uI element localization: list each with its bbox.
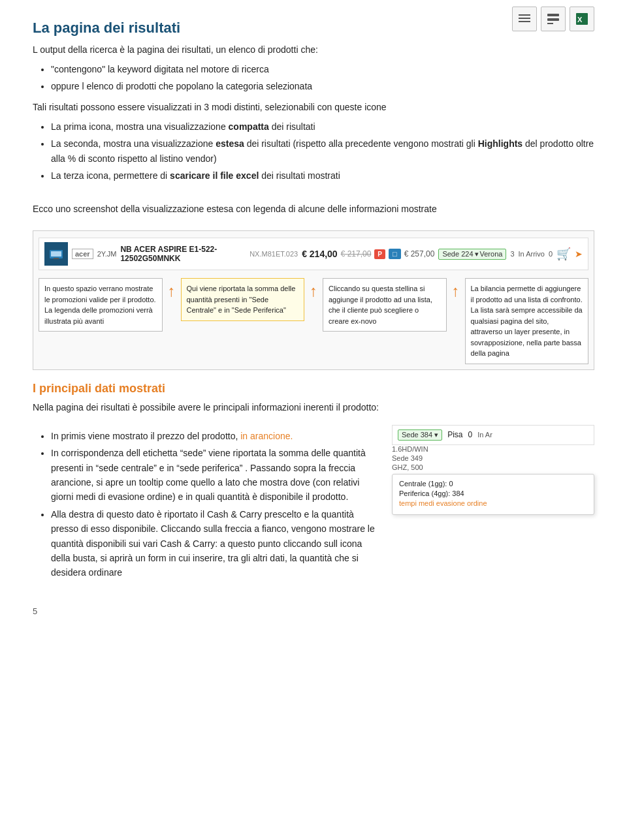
svg-rect-1	[519, 18, 530, 19]
annotation-bilancia: La bilancia permette di aggiungere il pr…	[465, 278, 589, 364]
product-price-old: € 217,00	[341, 249, 372, 258]
annotation-stellina: Cliccando su questa stellina si aggiunge…	[323, 278, 447, 332]
arrow-up-icon-2: ↑	[310, 282, 317, 300]
sede-label: Sede 224	[442, 250, 473, 258]
annotations-row: In questo spazio verrano mostrate le pro…	[39, 278, 588, 364]
product-thumbnail	[44, 242, 68, 266]
chevron-icon: ▾	[475, 250, 479, 258]
annotation-text: In questo spazio verrano mostrate le pro…	[44, 285, 156, 325]
view-icons: X	[512, 7, 594, 31]
svg-text:X: X	[577, 16, 583, 23]
annotation-text: Qui viene riportata la somma delle quant…	[187, 285, 296, 314]
list-view-icon[interactable]	[512, 7, 537, 31]
city-label-2: Pisa	[447, 430, 462, 439]
alt-price: € 257,00	[404, 249, 435, 258]
bullets-list-2: La prima icona, mostra una visualizzazio…	[51, 119, 594, 183]
sede-select[interactable]: Sede 384 ▾	[398, 429, 442, 441]
orange-text: in arancione.	[240, 431, 293, 441]
cart-icon[interactable]: 🛒	[556, 247, 571, 261]
list-item: La seconda, mostra una visualizzazione e…	[51, 136, 594, 166]
product-price-main: € 214,00	[302, 249, 338, 259]
product-code: 2Y.JM	[97, 250, 117, 258]
list-item-cash: Alla destra di questo dato è riportato i…	[51, 507, 379, 580]
extended-view-icon[interactable]	[541, 7, 566, 31]
svg-rect-4	[547, 18, 559, 21]
city-label: Verona	[480, 250, 503, 258]
tooltip-footer: tempi medi evasione ordine	[399, 499, 587, 507]
tooltip-periferica: Periferica (4gg): 384	[399, 490, 587, 497]
tooltip-box: Centrale (1gg): 0 Periferica (4gg): 384 …	[392, 474, 594, 515]
sede-349: Sede 349	[392, 454, 423, 462]
qty-label-2: 0	[468, 430, 473, 439]
annotation-text: Cliccando su questa stellina si aggiunge…	[329, 285, 432, 325]
product-ghz: GHZ, 500	[392, 463, 594, 471]
bullets-list-1: "contengono" la keyword digitata nel mot…	[51, 62, 594, 94]
screenshot2-area: Sede 384 ▾ Pisa 0 In Ar 1.6HD/WIN Sede 3…	[392, 425, 594, 515]
annotation-quantita: Qui viene riportata la somma delle quant…	[181, 278, 305, 321]
list-item: oppure l elenco di prodotti che popolano…	[51, 79, 594, 93]
section2-content: In primis viene mostrato il prezzo del p…	[33, 425, 594, 587]
product-row-2: Sede 384 ▾ Pisa 0 In Ar	[392, 425, 594, 445]
svg-rect-10	[54, 258, 59, 259]
name-part: 1.6HD/WIN	[392, 445, 428, 453]
page-number: 5	[33, 606, 594, 616]
section2-title: I principali dati mostrati	[33, 382, 594, 396]
promo-badge[interactable]: P	[374, 249, 385, 259]
product-nx-code: NX.M81ET.023	[249, 250, 298, 258]
product-name: NB ACER ASPIRE E1-522-12502G50MNKK	[120, 245, 246, 263]
quantity-badge-2: 0	[549, 250, 553, 258]
in-arrivo-label: In Arrivo	[519, 250, 545, 258]
svg-rect-3	[547, 14, 559, 16]
list-item: "contengono" la keyword digitata nel mot…	[51, 62, 594, 76]
annotation-promozioni: In questo spazio verrano mostrate le pro…	[39, 278, 163, 332]
blue-action-btn[interactable]: □	[389, 249, 401, 259]
arrow-icon[interactable]: ➤	[575, 249, 583, 259]
ghz-label: GHZ, 500	[392, 463, 423, 471]
screenshot-area: acer 2Y.JM NB ACER ASPIRE E1-522-12502G5…	[33, 230, 594, 370]
sede-badge[interactable]: Sede 224 ▾ Verona	[438, 249, 506, 260]
bullets-list-3: In primis viene mostrato il prezzo del p…	[51, 429, 379, 580]
section2-intro: Nella pagina dei risultati è possibile a…	[33, 401, 594, 414]
product-name-2: 1.6HD/WIN	[392, 445, 594, 453]
list-item-price: In primis viene mostrato il prezzo del p…	[51, 429, 379, 443]
in-ar-text: In Ar	[477, 431, 492, 439]
arrow-up-icon-3: ↑	[452, 282, 460, 300]
product-row: acer 2Y.JM NB ACER ASPIRE E1-522-12502G5…	[39, 238, 588, 270]
list-item-sede: In corrispondenza dell etichetta “sede” …	[51, 446, 379, 505]
screenshot-label: Ecco uno screenshot della visualizzazion…	[33, 202, 594, 216]
list-item: La terza icona, permettere di scaricare …	[51, 168, 594, 183]
svg-rect-2	[519, 21, 530, 22]
excel-export-icon[interactable]: X	[570, 7, 594, 31]
paragraph-icons: Tali risultati possono essere visualizza…	[33, 101, 594, 114]
arrow-up-icon: ↑	[168, 282, 176, 300]
intro-paragraph: L output della ricerca è la pagina dei r…	[33, 43, 594, 57]
svg-rect-0	[519, 14, 530, 16]
product-name-3: Sede 349	[392, 454, 594, 462]
list-item: La prima icona, mostra una visualizzazio…	[51, 119, 594, 134]
quantity-badge: 3	[510, 250, 514, 258]
svg-rect-9	[51, 251, 61, 257]
acer-logo: acer	[72, 249, 93, 259]
bullets-section2: In primis viene mostrato il prezzo del p…	[33, 425, 379, 587]
annotation-text: La bilancia permette di aggiungere il pr…	[471, 285, 583, 357]
page-title: La pagina dei risultati	[33, 20, 594, 37]
sede-label-2: Sede 384	[402, 431, 432, 439]
svg-rect-5	[547, 23, 553, 24]
tooltip-centrale: Centrale (1gg): 0	[399, 480, 587, 488]
